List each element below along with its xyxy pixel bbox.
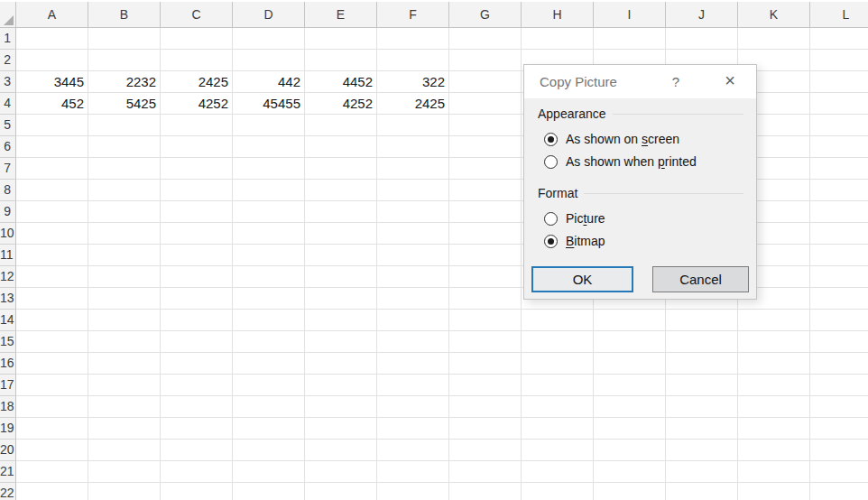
cell-A17[interactable] (16, 375, 88, 396)
cell-G9[interactable] (449, 201, 522, 223)
cell-H20[interactable] (522, 440, 594, 461)
cell-A11[interactable] (16, 245, 88, 266)
cell-C17[interactable] (161, 375, 233, 396)
cell-A12[interactable] (16, 266, 88, 288)
row-header-7[interactable]: 7 (0, 158, 16, 180)
cell-C18[interactable] (161, 396, 233, 418)
cell-E18[interactable] (305, 396, 377, 418)
cell-D4[interactable]: 45455 (233, 93, 305, 115)
cell-D10[interactable] (233, 223, 305, 245)
cell-E3[interactable]: 4452 (305, 71, 377, 93)
cell-C13[interactable] (161, 288, 233, 310)
cell-E2[interactable] (305, 50, 377, 71)
cell-D5[interactable] (233, 115, 305, 136)
cell-G2[interactable] (449, 50, 522, 71)
column-header-I[interactable]: I (594, 2, 666, 27)
cell-K15[interactable] (738, 331, 810, 353)
cell-F6[interactable] (377, 136, 449, 158)
column-header-E[interactable]: E (305, 2, 377, 27)
cell-C7[interactable] (161, 158, 233, 180)
cell-F21[interactable] (377, 461, 449, 483)
cell-C16[interactable] (161, 353, 233, 375)
cell-E6[interactable] (305, 136, 377, 158)
cell-F8[interactable] (377, 180, 449, 201)
cell-B7[interactable] (88, 158, 161, 180)
cell-D1[interactable] (233, 28, 305, 50)
cell-A22[interactable] (16, 483, 88, 500)
column-header-G[interactable]: G (449, 2, 522, 27)
cell-B15[interactable] (88, 331, 161, 353)
cell-E22[interactable] (305, 483, 377, 500)
cell-E8[interactable] (305, 180, 377, 201)
cell-C21[interactable] (161, 461, 233, 483)
cell-H16[interactable] (522, 353, 594, 375)
cell-L8[interactable] (810, 180, 868, 201)
cell-E20[interactable] (305, 440, 377, 461)
row-header-21[interactable]: 21 (0, 461, 16, 483)
row-header-20[interactable]: 20 (0, 440, 16, 461)
cell-B14[interactable] (88, 310, 161, 331)
cell-F1[interactable] (377, 28, 449, 50)
cell-D21[interactable] (233, 461, 305, 483)
cell-C4[interactable]: 4252 (161, 93, 233, 115)
ok-button[interactable]: OK (531, 266, 633, 292)
row-header-14[interactable]: 14 (0, 310, 16, 331)
row-header-18[interactable]: 18 (0, 396, 16, 418)
help-icon[interactable]: ? (662, 65, 689, 98)
cell-B16[interactable] (88, 353, 161, 375)
cell-I1[interactable] (594, 28, 666, 50)
cell-G15[interactable] (449, 331, 522, 353)
cell-G1[interactable] (449, 28, 522, 50)
cell-L3[interactable] (810, 71, 868, 93)
cell-E14[interactable] (305, 310, 377, 331)
cell-C22[interactable] (161, 483, 233, 500)
cell-J22[interactable] (666, 483, 738, 500)
cell-C6[interactable] (161, 136, 233, 158)
cell-L20[interactable] (810, 440, 868, 461)
cell-D3[interactable]: 442 (233, 71, 305, 93)
cell-L12[interactable] (810, 266, 868, 288)
cell-C19[interactable] (161, 418, 233, 440)
cell-B20[interactable] (88, 440, 161, 461)
cell-L13[interactable] (810, 288, 868, 310)
cell-D11[interactable] (233, 245, 305, 266)
cell-K17[interactable] (738, 375, 810, 396)
column-header-K[interactable]: K (738, 2, 810, 27)
cell-H17[interactable] (522, 375, 594, 396)
cell-F9[interactable] (377, 201, 449, 223)
cell-L2[interactable] (810, 50, 868, 71)
cell-L1[interactable] (810, 28, 868, 50)
cell-H14[interactable] (522, 310, 594, 331)
cell-F4[interactable]: 2425 (377, 93, 449, 115)
cell-I16[interactable] (594, 353, 666, 375)
cell-J15[interactable] (666, 331, 738, 353)
radio-as-shown-when-printed[interactable]: As shown when printed (544, 153, 697, 171)
cell-I20[interactable] (594, 440, 666, 461)
cell-G14[interactable] (449, 310, 522, 331)
cell-F18[interactable] (377, 396, 449, 418)
cell-L22[interactable] (810, 483, 868, 500)
cell-B10[interactable] (88, 223, 161, 245)
row-header-12[interactable]: 12 (0, 266, 16, 288)
cell-F7[interactable] (377, 158, 449, 180)
cell-H1[interactable] (522, 28, 594, 50)
cell-L16[interactable] (810, 353, 868, 375)
cell-L5[interactable] (810, 115, 868, 136)
cell-J14[interactable] (666, 310, 738, 331)
cell-G17[interactable] (449, 375, 522, 396)
cell-B19[interactable] (88, 418, 161, 440)
cell-L17[interactable] (810, 375, 868, 396)
cell-E1[interactable] (305, 28, 377, 50)
cell-F10[interactable] (377, 223, 449, 245)
cell-C8[interactable] (161, 180, 233, 201)
column-header-B[interactable]: B (88, 2, 161, 27)
cell-D14[interactable] (233, 310, 305, 331)
cell-A6[interactable] (16, 136, 88, 158)
cell-E19[interactable] (305, 418, 377, 440)
cell-E16[interactable] (305, 353, 377, 375)
cell-C10[interactable] (161, 223, 233, 245)
cell-B17[interactable] (88, 375, 161, 396)
cell-E17[interactable] (305, 375, 377, 396)
cell-L14[interactable] (810, 310, 868, 331)
cell-B18[interactable] (88, 396, 161, 418)
